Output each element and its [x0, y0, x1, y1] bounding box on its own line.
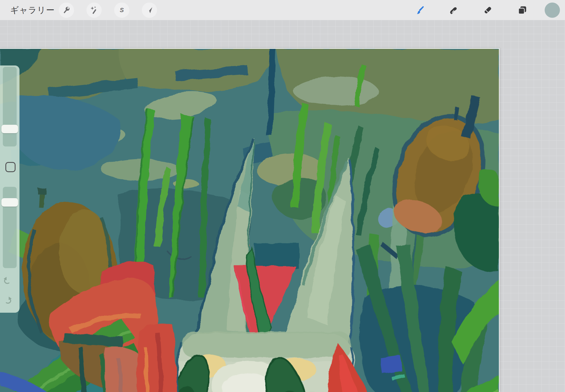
redo-button[interactable]	[3, 296, 13, 306]
eraser-icon	[483, 5, 493, 15]
brush-size-slider-handle[interactable]	[1, 125, 18, 133]
wrench-icon	[62, 6, 71, 14]
redo-arrow-icon	[3, 296, 12, 306]
smudge-tool-button[interactable]	[446, 3, 461, 18]
undo-arrow-icon	[3, 276, 12, 286]
smudge-icon	[448, 5, 458, 15]
gallery-button[interactable]: ギャラリー	[10, 0, 55, 20]
opacity-slider-handle[interactable]	[1, 198, 18, 207]
adjustments-button[interactable]	[86, 3, 102, 18]
top-toolbar: ギャラリー S	[0, 0, 565, 20]
erase-tool-button[interactable]	[480, 3, 496, 18]
svg-text:S: S	[120, 7, 124, 14]
modify-square-icon[interactable]	[5, 162, 16, 172]
artwork	[0, 49, 499, 392]
color-swatch[interactable]	[545, 3, 560, 18]
selection-s-icon: S	[118, 6, 126, 14]
knight-face	[162, 332, 354, 392]
transform-arrow-icon	[145, 6, 154, 14]
app-window: ギャラリー S	[0, 0, 565, 392]
paint-brush-icon	[415, 5, 425, 15]
selection-button[interactable]: S	[114, 3, 129, 18]
brush-size-slider[interactable]	[3, 67, 17, 146]
painting-canvas[interactable]	[0, 48, 499, 392]
layers-icon	[518, 5, 527, 15]
magic-wand-icon	[90, 6, 98, 14]
undo-button[interactable]	[3, 276, 13, 286]
actions-button[interactable]	[59, 3, 74, 18]
sidebar-panel	[0, 65, 19, 313]
paint-tool-button[interactable]	[412, 3, 428, 18]
layers-button[interactable]	[515, 3, 530, 18]
transform-button[interactable]	[142, 3, 157, 18]
